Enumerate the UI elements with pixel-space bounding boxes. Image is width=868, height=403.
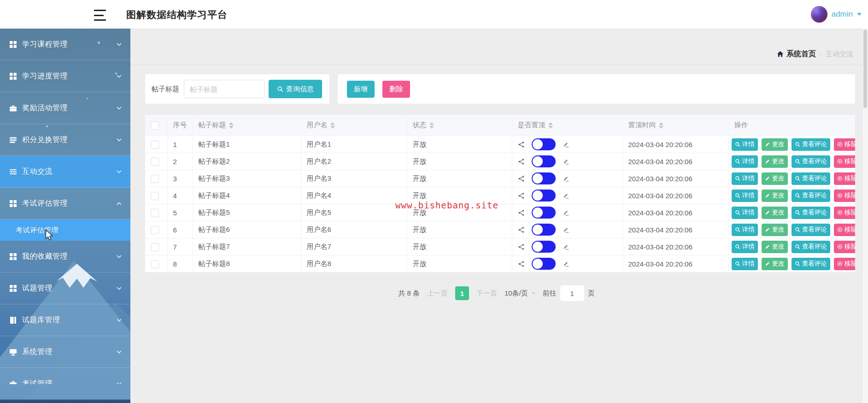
column-header[interactable]: 操作: [728, 115, 855, 136]
hamburger-menu-icon[interactable]: [94, 9, 106, 22]
edit-button[interactable]: 更改: [762, 207, 788, 219]
column-header[interactable]: 序号: [167, 115, 193, 136]
add-button[interactable]: 新增: [347, 81, 375, 98]
sidebar-item[interactable]: 学习课程管理: [0, 29, 130, 60]
edit-button[interactable]: 更改: [762, 190, 788, 202]
detail-button[interactable]: 详情: [732, 258, 758, 270]
pin-toggle[interactable]: [532, 258, 556, 270]
remove-button[interactable]: 移除: [834, 241, 855, 253]
sidebar-item[interactable]: 学习进度管理: [0, 60, 130, 92]
sidebar-item[interactable]: 互动交流: [0, 156, 130, 188]
delete-button[interactable]: 删除: [382, 81, 410, 98]
avatar[interactable]: [811, 6, 827, 23]
edit-button[interactable]: 更改: [762, 224, 788, 236]
remove-button[interactable]: 移除: [834, 155, 855, 168]
page-size-select[interactable]: 10条/页: [504, 289, 535, 298]
view-comments-button[interactable]: 查看评论: [792, 207, 830, 219]
view-comments-button[interactable]: 查看评论: [792, 241, 830, 253]
cell-status: 开放: [407, 153, 512, 170]
remove-button[interactable]: 移除: [834, 138, 855, 151]
search-icon: [795, 261, 800, 267]
pin-toggle[interactable]: [532, 138, 556, 150]
post-title-input[interactable]: [184, 80, 265, 98]
detail-button[interactable]: 详情: [732, 155, 758, 168]
edit-pin-time-icon[interactable]: [563, 141, 569, 148]
pin-toggle[interactable]: [532, 224, 556, 236]
username[interactable]: admin: [832, 10, 853, 19]
edit-button[interactable]: 更改: [762, 172, 788, 185]
sidebar-item[interactable]: 试题库管理: [0, 304, 130, 336]
remove-button[interactable]: 移除: [834, 190, 855, 202]
edit-pin-time-icon[interactable]: [563, 158, 569, 165]
sidebar-item[interactable]: 奖励活动管理: [0, 92, 130, 124]
edit-button[interactable]: 更改: [762, 241, 788, 253]
edit-button[interactable]: 更改: [762, 138, 788, 151]
column-header[interactable]: 状态: [407, 115, 512, 136]
sort-icon[interactable]: [229, 122, 234, 129]
view-comments-button[interactable]: 查看评论: [792, 190, 830, 202]
detail-button[interactable]: 详情: [732, 190, 758, 202]
column-header[interactable]: 帖子标题: [193, 115, 301, 136]
detail-button[interactable]: 详情: [732, 138, 758, 151]
view-comments-button[interactable]: 查看评论: [792, 172, 830, 185]
row-checkbox[interactable]: [151, 243, 159, 251]
sidebar-item[interactable]: 系统管理: [0, 336, 130, 368]
scrollbar[interactable]: [862, 29, 868, 403]
row-checkbox[interactable]: [151, 141, 159, 149]
sidebar-item[interactable]: 考试评估管理: [0, 188, 130, 219]
pin-toggle[interactable]: [532, 241, 556, 253]
remove-button[interactable]: 移除: [834, 258, 855, 270]
page-1-button[interactable]: 1: [455, 286, 469, 300]
view-comments-button[interactable]: 查看评论: [792, 155, 830, 168]
next-page-button[interactable]: 下一页: [476, 289, 497, 298]
detail-button[interactable]: 详情: [732, 224, 758, 236]
sort-icon[interactable]: [548, 122, 553, 129]
row-checkbox[interactable]: [151, 209, 159, 217]
row-checkbox[interactable]: [151, 192, 159, 200]
sidebar-item[interactable]: 考试评估管理: [0, 219, 130, 241]
detail-button[interactable]: 详情: [732, 241, 758, 253]
detail-button[interactable]: 详情: [732, 172, 758, 185]
edit-pin-time-icon[interactable]: [563, 243, 569, 250]
sidebar-item[interactable]: 积分兑换管理: [0, 124, 130, 156]
sidebar-item[interactable]: 试题管理: [0, 273, 130, 304]
sort-icon[interactable]: [429, 122, 434, 129]
remove-button[interactable]: 移除: [834, 172, 855, 185]
row-checkbox[interactable]: [151, 158, 159, 166]
edit-pin-time-icon[interactable]: [563, 261, 569, 267]
pin-toggle[interactable]: [532, 172, 556, 184]
remove-button[interactable]: 移除: [834, 207, 855, 219]
edit-pin-time-icon[interactable]: [563, 209, 569, 216]
pin-toggle[interactable]: [532, 207, 556, 219]
chevron-icon: [116, 169, 122, 175]
user-menu[interactable]: admin: [811, 6, 862, 23]
sort-icon[interactable]: [659, 122, 663, 129]
column-header[interactable]: 用户名: [301, 115, 407, 136]
sidebar-item[interactable]: 我的收藏管理: [0, 241, 130, 273]
remove-button[interactable]: 移除: [834, 224, 855, 236]
edit-button[interactable]: 更改: [762, 155, 788, 168]
breadcrumb-home[interactable]: 系统首页: [786, 49, 816, 59]
select-all-checkbox[interactable]: [151, 121, 159, 130]
column-header[interactable]: 置顶时间: [622, 115, 728, 136]
edit-button[interactable]: 更改: [762, 258, 788, 270]
view-comments-button[interactable]: 查看评论: [792, 138, 830, 151]
row-checkbox[interactable]: [151, 260, 159, 268]
view-comments-button[interactable]: 查看评论: [792, 258, 830, 270]
edit-pin-time-icon[interactable]: [563, 175, 569, 182]
pin-toggle[interactable]: [532, 190, 556, 202]
scrollbar-thumb[interactable]: [863, 30, 867, 108]
goto-page-input[interactable]: [560, 285, 584, 301]
sort-icon[interactable]: [330, 122, 335, 129]
edit-pin-time-icon[interactable]: [563, 192, 569, 199]
view-comments-button[interactable]: 查看评论: [792, 224, 830, 236]
column-header[interactable]: 是否置顶: [512, 115, 622, 136]
detail-button[interactable]: 详情: [732, 207, 758, 219]
row-checkbox[interactable]: [151, 175, 159, 183]
search-button[interactable]: 查询信息: [269, 80, 322, 98]
prev-page-button[interactable]: 上一页: [427, 289, 448, 298]
sidebar-item[interactable]: 考试管理: [0, 368, 130, 400]
pin-toggle[interactable]: [532, 155, 556, 167]
edit-pin-time-icon[interactable]: [563, 226, 569, 233]
row-checkbox[interactable]: [151, 226, 159, 234]
